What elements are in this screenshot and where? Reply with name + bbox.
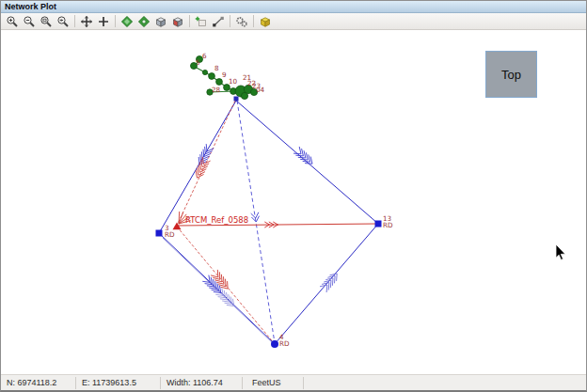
network-point[interactable] bbox=[234, 97, 239, 102]
cube-view-red-icon[interactable] bbox=[169, 14, 186, 29]
view-orientation-button[interactable]: Top bbox=[485, 51, 537, 98]
point-label: RD bbox=[383, 221, 393, 229]
cube-view-icon[interactable] bbox=[152, 14, 169, 29]
point-label: 8 bbox=[214, 64, 219, 72]
fit-3d-icon[interactable] bbox=[119, 14, 135, 29]
baseline[interactable] bbox=[159, 101, 236, 233]
observation-point[interactable] bbox=[209, 73, 215, 80]
point-label: 5 bbox=[196, 58, 200, 67]
direction-feather-marks bbox=[320, 274, 337, 292]
status-width: Width: 1106.74 bbox=[161, 377, 243, 389]
window-title: Network Plot bbox=[5, 2, 56, 11]
point-label: RD bbox=[279, 339, 290, 348]
network-plot-window: Network Plot 65891021222304283RD13RD4RDR… bbox=[0, 0, 587, 392]
orbit-3d-icon[interactable] bbox=[135, 14, 152, 29]
point-label: 04 bbox=[256, 86, 265, 94]
titlebar[interactable]: Network Plot bbox=[1, 1, 586, 13]
toolbar-separator bbox=[253, 15, 254, 27]
center-icon[interactable] bbox=[95, 14, 112, 29]
network-point[interactable] bbox=[375, 221, 382, 227]
add-point-icon[interactable] bbox=[193, 14, 210, 29]
status-easting: E: 11739613.5 bbox=[76, 377, 161, 389]
observation-point[interactable] bbox=[202, 70, 207, 74]
toolbar bbox=[1, 13, 586, 30]
statusbar: N: 6974118.2 E: 11739613.5 Width: 1106.7… bbox=[1, 374, 586, 390]
network-point[interactable] bbox=[271, 340, 278, 348]
baseline[interactable] bbox=[163, 238, 275, 345]
point-label: 6 bbox=[202, 52, 207, 60]
network-point[interactable] bbox=[156, 230, 163, 237]
toolbar-separator bbox=[189, 15, 190, 27]
direction-feather-marks bbox=[294, 147, 312, 164]
zoom-in-icon[interactable] bbox=[4, 14, 21, 29]
baseline[interactable] bbox=[275, 224, 378, 344]
baseline[interactable] bbox=[236, 101, 378, 224]
zoom-out-icon[interactable] bbox=[21, 14, 38, 29]
point-label: RTCM_Ref_0588 bbox=[185, 215, 248, 225]
observation-point[interactable] bbox=[241, 92, 247, 99]
toolbar-separator bbox=[230, 15, 230, 27]
pan-icon[interactable] bbox=[78, 14, 95, 29]
view-orientation-label: Top bbox=[501, 68, 521, 82]
vector-icon[interactable] bbox=[210, 14, 227, 29]
point-label: 9 bbox=[222, 71, 227, 79]
observation-point[interactable] bbox=[216, 79, 223, 86]
zoom-window-icon[interactable] bbox=[38, 14, 55, 29]
point-label: RD bbox=[165, 230, 175, 239]
box-3d-icon[interactable] bbox=[257, 14, 274, 29]
plot-area[interactable]: 65891021222304283RD13RD4RDRTCM_Ref_0588 … bbox=[1, 30, 586, 374]
gears-icon[interactable] bbox=[233, 14, 250, 29]
toolbar-separator bbox=[74, 15, 75, 27]
toolbar-separator bbox=[115, 15, 116, 27]
point-label: 10 bbox=[229, 77, 238, 86]
status-units: FeetUS bbox=[243, 377, 304, 389]
zoom-previous-icon[interactable] bbox=[55, 14, 71, 29]
status-northing: N: 6974118.2 bbox=[1, 377, 76, 389]
direction-feather-marks bbox=[196, 157, 211, 178]
point-label: 28 bbox=[212, 86, 221, 94]
mouse-cursor-icon bbox=[556, 244, 567, 261]
